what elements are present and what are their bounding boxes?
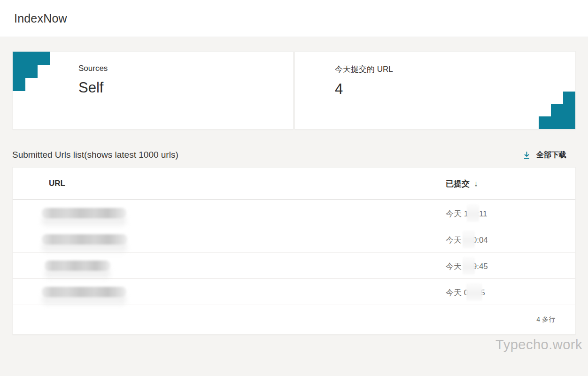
redacted-time-part: [463, 257, 475, 275]
column-header-submitted-label: 已提交: [446, 179, 470, 188]
sources-card-body: Sources Self: [13, 52, 293, 96]
url-cell: [13, 208, 446, 218]
today-submitted-card: 今天提交的 URL 4: [294, 51, 576, 130]
submitted-urls-title: Submitted Urls list(shows latest 1000 ur…: [12, 150, 178, 160]
table-row: 今天 9:45: [13, 253, 575, 279]
time-text: 今天: [446, 236, 464, 245]
redacted-time-part: [463, 230, 475, 248]
today-submitted-card-body: 今天提交的 URL 4: [295, 52, 575, 98]
column-header-url[interactable]: URL: [13, 179, 446, 188]
redacted-time-part: [467, 204, 479, 222]
stair-steps-decoration-icon: [539, 92, 575, 129]
page-title: IndexNow: [14, 12, 67, 25]
redacted-url: [42, 208, 126, 218]
time-text: 今天: [446, 262, 464, 271]
table-row: 今天 1:11: [13, 200, 575, 226]
submitted-time-cell: 今天 0:04: [446, 230, 575, 248]
submitted-urls-table: URL 已提交↓ 今天 1:11 今天 0:04: [12, 167, 576, 335]
redacted-url: [45, 261, 110, 271]
stair-steps-decoration-icon: [13, 52, 50, 91]
today-submitted-card-label: 今天提交的 URL: [335, 64, 575, 75]
redacted-time-part: [466, 283, 482, 301]
time-text: 今天 1: [446, 209, 468, 218]
download-all-link[interactable]: 全部下载: [522, 150, 576, 160]
page-header: IndexNow: [0, 0, 588, 37]
download-all-label: 全部下载: [536, 150, 566, 160]
row-count-label: 4 多行: [536, 315, 555, 324]
time-text: 今天 0: [446, 288, 468, 297]
submitted-time-cell: 今天 9:45: [446, 257, 575, 275]
column-header-submitted[interactable]: 已提交↓: [446, 178, 575, 189]
watermark-text: Typecho.work: [0, 337, 588, 353]
table-footer: 4 多行: [13, 305, 575, 334]
redacted-url: [42, 287, 126, 297]
main-content: Sources Self 今天提交的 URL 4 Submitted Urls …: [0, 51, 588, 335]
download-icon: [522, 151, 531, 160]
table-header-row: URL 已提交↓: [13, 168, 575, 200]
table-row: 今天 05: [13, 279, 575, 305]
submitted-time-cell: 今天 05: [446, 283, 575, 301]
table-row: 今天 0:04: [13, 226, 575, 253]
sources-card-label: Sources: [78, 64, 293, 73]
url-cell: [13, 234, 446, 245]
submitted-urls-section-head: Submitted Urls list(shows latest 1000 ur…: [12, 150, 576, 160]
sources-card-value: Self: [78, 79, 293, 96]
summary-cards: Sources Self 今天提交的 URL 4: [12, 51, 576, 130]
sources-card: Sources Self: [12, 51, 294, 130]
redacted-url: [42, 234, 127, 245]
url-cell: [13, 261, 446, 271]
sort-descending-icon: ↓: [474, 179, 478, 188]
submitted-time-cell: 今天 1:11: [446, 204, 575, 222]
url-cell: [13, 287, 446, 297]
